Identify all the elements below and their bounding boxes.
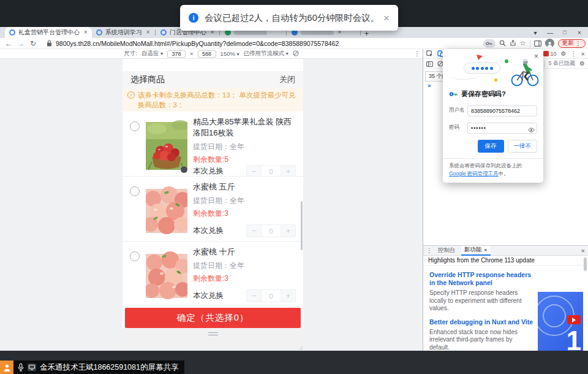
- reload-icon[interactable]: ↻: [27, 39, 39, 48]
- remote-cursor: [181, 166, 187, 173]
- modal-close-button[interactable]: 关闭: [279, 74, 295, 85]
- tab-search-icon[interactable]: ▾: [528, 29, 543, 36]
- new-tab-button[interactable]: +: [361, 29, 372, 38]
- stepper-plus-button[interactable]: +: [281, 165, 296, 177]
- console-sidebar-icon[interactable]: [426, 58, 433, 69]
- update-label: 更新: [562, 39, 574, 47]
- size-label: 尺寸:: [124, 50, 137, 58]
- tab-close-icon[interactable]: ×: [84, 29, 88, 36]
- device-toolbar-more-icon[interactable]: ⋮: [414, 50, 420, 57]
- stepper-quantity[interactable]: 0: [262, 224, 281, 237]
- save-password-dialog: ×: [443, 49, 543, 183]
- lock-icon[interactable]: [47, 40, 52, 47]
- banner-close-icon[interactable]: ×: [383, 13, 390, 23]
- product-radio[interactable]: [130, 251, 140, 261]
- product-photo-peach: [146, 249, 187, 306]
- password-key-icon[interactable]: [483, 39, 496, 48]
- stepper-quantity[interactable]: 0: [262, 289, 281, 302]
- product-name: 水蜜桃 五斤: [193, 181, 296, 193]
- forward-icon[interactable]: →: [15, 39, 27, 48]
- product-row[interactable]: 精品大果85苹果礼盒装 陕西洛阳16枚装 提货日期：全年 剩余数量:5 本次兑换…: [123, 112, 303, 177]
- meeting-notification-banner: i 会议已超过2人，自动转为60分钟限时会议。 ×: [180, 5, 398, 31]
- profile-avatar[interactable]: [545, 39, 554, 48]
- side-panel-icon[interactable]: [534, 40, 541, 47]
- cyclist-illustration: [508, 59, 540, 90]
- minimize-button[interactable]: —: [543, 29, 557, 36]
- stepper-minus-button[interactable]: −: [246, 289, 262, 302]
- screen-share-pill: 金禾通技术王斌18662591081的屏幕共享: [13, 361, 184, 374]
- tab-close-icon[interactable]: ×: [484, 246, 488, 253]
- drawer-close-icon[interactable]: ×: [581, 247, 585, 254]
- tab-whats-new[interactable]: 新功能 ×: [461, 246, 491, 256]
- tab-gift-platform[interactable]: 礼盒营销平台管理中心 ×: [5, 27, 92, 38]
- hidden-messages-label[interactable]: 5 条已隐藏: [549, 59, 576, 67]
- zoom-dropdown[interactable]: 150% ▾: [221, 50, 239, 57]
- share-icon[interactable]: [510, 40, 516, 47]
- password-input[interactable]: [467, 123, 537, 134]
- throttle-dropdown[interactable]: 已停用节流模式 ▾: [244, 50, 288, 58]
- chrome-update-button[interactable]: 更新 ⋮: [558, 39, 586, 48]
- info-icon: i: [189, 13, 198, 23]
- drawer-menu-icon[interactable]: ⋮: [426, 247, 432, 254]
- tab-favicon-icon: [96, 29, 102, 36]
- console-settings-icon[interactable]: ⚙: [579, 60, 585, 67]
- whats-new-video-thumbnail[interactable]: 1: [538, 292, 583, 351]
- save-button[interactable]: 保存: [478, 140, 504, 153]
- chevron-down-icon: ▾: [160, 51, 163, 56]
- stepper-plus-button[interactable]: +: [281, 289, 296, 302]
- product-modal-header: 选择商品 关闭: [123, 71, 303, 88]
- whats-new-desc: Enhanced stack trace now hides irrelevan…: [429, 329, 533, 352]
- times-label: ×: [190, 50, 194, 57]
- viewport-resize-handle[interactable]: [208, 332, 218, 335]
- confirm-button[interactable]: 确定（共选择0）: [125, 308, 301, 328]
- devtools-close-icon[interactable]: ×: [581, 50, 585, 58]
- pickup-date: 提货日期：全年: [193, 142, 296, 152]
- chevron-down-icon: ▾: [237, 52, 239, 57]
- close-window-button[interactable]: ×: [572, 29, 587, 36]
- maximize-button[interactable]: □: [557, 29, 572, 36]
- show-password-eye-icon[interactable]: [528, 124, 535, 135]
- product-row[interactable]: 水蜜桃 十斤 提货日期：全年 剩余数量:3 本次兑换 − 0 +: [123, 242, 303, 307]
- whats-new-link[interactable]: Better debugging in Nuxt and Vite: [429, 318, 533, 326]
- bookmark-star-icon[interactable]: ☆: [520, 39, 526, 47]
- url-text[interactable]: 9800ys.th28.cn/MobileModNoMall.html#/Pic…: [56, 40, 339, 47]
- exchange-row: 本次兑换 − 0 +: [193, 289, 296, 302]
- stepper-plus-button[interactable]: +: [281, 224, 296, 237]
- viewport-corner-resize[interactable]: [297, 345, 303, 350]
- devtools-drawer: ⋮ 控制台 新功能 × × Highlights from the Chrome…: [423, 245, 588, 351]
- quantity-stepper: − 0 +: [246, 165, 296, 177]
- size-mode-dropdown[interactable]: 自适应 ▾: [141, 50, 163, 58]
- tab-training[interactable]: 系统培训学习 ×: [92, 27, 154, 38]
- drawer-scrollbar-thumb[interactable]: [584, 258, 587, 271]
- back-icon[interactable]: ←: [2, 39, 15, 48]
- username-input[interactable]: [467, 105, 537, 116]
- product-photo-peach: [146, 184, 187, 241]
- product-row[interactable]: 水蜜桃 五斤 提货日期：全年 剩余数量:3 本次兑换 − 0 +: [123, 177, 303, 242]
- issues-counter[interactable]: 10: [543, 51, 557, 57]
- stepper-minus-button[interactable]: −: [246, 224, 262, 237]
- product-name: 精品大果85苹果礼盒装 陕西洛阳16枚装: [193, 116, 296, 139]
- tab-close-icon[interactable]: ×: [146, 29, 150, 36]
- menu-dots-icon[interactable]: ⋮: [576, 40, 582, 47]
- never-button[interactable]: 一律不: [508, 140, 538, 153]
- tab-console[interactable]: 控制台: [435, 246, 459, 256]
- devtools-menu-icon[interactable]: ⋮: [571, 50, 577, 57]
- modal-scrollbar-thumb[interactable]: [301, 201, 303, 250]
- viewport-width-input[interactable]: [167, 50, 186, 58]
- devtools-settings-icon[interactable]: ⚙: [561, 50, 567, 57]
- stepper-quantity[interactable]: 0: [262, 165, 281, 177]
- stepper-minus-button[interactable]: −: [246, 165, 262, 177]
- device-emulation-toolbar: 尺寸: 自适应 ▾ × 150% ▾ 已停用节流模式 ▾ ⋮: [0, 49, 423, 59]
- product-radio[interactable]: [130, 121, 140, 131]
- viewport-height-input[interactable]: [198, 50, 216, 58]
- no-throttle-icon[interactable]: [293, 50, 299, 58]
- window-controls: ▾ — □ ×: [528, 27, 587, 38]
- console-prompt-icon[interactable]: »: [428, 82, 431, 89]
- product-radio[interactable]: [130, 186, 140, 196]
- whats-new-link[interactable]: Override HTTP response headers in the Ne…: [429, 271, 533, 287]
- info-icon: i: [127, 91, 135, 99]
- zoom-icon[interactable]: [499, 40, 506, 47]
- password-manager-link[interactable]: Google 密码管理工具: [449, 170, 499, 177]
- tab-separator: [155, 29, 156, 36]
- play-button-icon[interactable]: [567, 315, 581, 324]
